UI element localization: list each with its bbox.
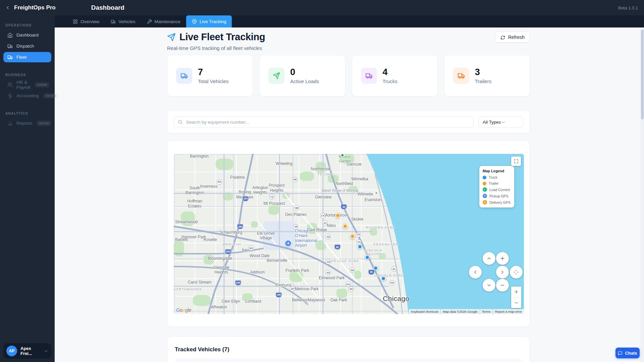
truck-marker[interactable] [381,276,386,281]
search-icon [178,120,183,125]
send-icon [273,72,280,79]
tracked-vehicles-card: Tracked Vehicles (7) TRK-10001T-01 [167,337,530,362]
map-place-label: Winnetka [351,177,368,181]
map-place-label: PORTAGE PARK [328,259,359,263]
road-shield-21: 21 [322,220,328,226]
dollar-icon [7,93,13,99]
wrench-icon [147,19,152,24]
sidebar-item-fleet[interactable]: Fleet [3,52,51,62]
attribution-item[interactable]: Terms [480,309,493,314]
map-place-label: Oak Park [330,298,347,302]
pan-move-button[interactable] [510,266,523,279]
truck-marker[interactable] [365,255,370,260]
map-card: BarringtonBotanic GardenGlencoeWheelingN… [167,140,530,327]
google-zoom-out-button[interactable] [511,298,521,308]
stat-value: 3 [475,67,491,77]
map-place-label: Franklin Park [285,268,309,273]
fullscreen-button[interactable] [511,157,521,166]
sidebar-item-hr-payroll[interactable]: HR & PayrollSOON [3,79,51,90]
map-place-label: Bellwood [292,298,309,302]
user-menu[interactable]: AP Apex Frei... [3,343,51,359]
truck-icon [7,55,13,60]
attribution-item[interactable]: Report a map error [493,309,524,314]
sidebar-item-reports[interactable]: ReportsSOON [3,118,51,128]
road-shield-19: 19 [325,259,331,264]
road-shield-50: 50 [348,287,354,292]
map-place-label: Melrose Park [295,287,319,291]
road-shield-20: 20 [290,286,295,292]
pan-down-button[interactable] [483,279,495,292]
trailer-marker[interactable] [350,234,355,239]
legend-item: Truck [483,175,511,179]
road-shield-294: 294 [235,280,241,286]
google-logo[interactable]: Google [176,307,191,313]
attribution-item[interactable]: Keyboard shortcuts [409,309,440,314]
map-place-label: Chicago O'Hare International Airport [295,229,317,248]
soon-badge: SOON [35,82,49,87]
section-title: Live Fleet Tracking [179,32,265,43]
pan-right-button[interactable] [496,266,509,279]
map-place-label: Carol Stream [188,280,212,285]
chevron-left-icon [473,269,478,275]
map-place-label: ROGERS PARK [366,226,395,230]
chevron-down-icon [501,120,506,125]
tab-maintenance[interactable]: Maintenance [141,15,186,27]
vehicle-row[interactable]: TRK-10001T-01 [175,358,522,362]
back-button[interactable] [3,3,13,13]
truck-marker[interactable] [373,266,378,270]
minus-icon [500,283,505,288]
road-shield-41: 41 [356,232,361,237]
type-filter-select[interactable]: All Types [478,116,523,128]
tab-overview[interactable]: Overview [67,15,105,27]
map-place-label: Elk Grove Village [257,231,275,240]
map-place-label: Des Plaines [285,212,307,217]
map-place-label: Elmhurst [275,283,291,288]
map-canvas[interactable]: BarringtonBotanic GardenGlencoeWheelingN… [174,154,524,314]
map-place-label: Bensenville [267,258,287,263]
tab-vehicles[interactable]: Vehicles [105,15,141,27]
map-place-label: Mt Prospect [264,201,285,206]
sidebar-section-label: ANALYTICS [0,109,55,117]
map-place-label: South Barrington [185,186,204,195]
road-shield-90: 90 [368,269,374,275]
avatar: AP [6,346,17,356]
map-place-label: Elmwood Park [319,276,344,280]
user-name: Apex Frei... [20,346,41,356]
legend-dot: P [483,194,487,198]
trailer-marker[interactable] [335,213,340,218]
stat-card-trucks: 4Trucks [352,55,438,97]
worship-poi-icon [375,192,378,195]
zoom-in-button[interactable] [496,252,509,265]
page-header: Live Fleet Tracking Real-time GPS tracki… [167,27,530,54]
map-legend-title: Map Legend [483,169,511,173]
sidebar: OPERATIONSDashboardDispatchFleetBUSINESS… [0,15,55,362]
stats-row: 7Total Vehicles0Active Loads4Trucks3Trai… [167,55,530,97]
map-place-label: Wheaton [211,305,227,309]
tab-live-tracking[interactable]: Live Tracking [186,15,232,27]
refresh-button[interactable]: Refresh [495,32,530,43]
map-place-label: Evanston [365,197,381,202]
scrollbar-thumb[interactable] [641,29,644,119]
google-zoom-in-button[interactable] [511,287,521,297]
legend-dot [483,182,486,185]
page-title: Dashboard [91,4,124,11]
sidebar-item-dashboard[interactable]: Dashboard [3,30,51,40]
zoom-out-button[interactable] [496,279,509,292]
sidebar-item-dispatch[interactable]: Dispatch [3,41,51,51]
send-icon [167,33,176,42]
airport-icon: ✈ [284,240,292,247]
legend-item: DDelivery GPS [483,200,511,204]
chats-button[interactable]: Chats [615,348,640,358]
pan-up-button[interactable] [483,252,495,265]
pan-left-button[interactable] [469,266,482,279]
map-place-label: LINCOLN PARK [374,274,404,277]
sidebar-item-accounting[interactable]: AccountingSOON [3,90,51,101]
chevron-right-icon [500,269,505,275]
trailer-marker[interactable] [343,224,347,229]
search-input[interactable] [174,116,474,128]
truck-marker[interactable] [358,244,362,249]
map-place-label: EDGEWATER [373,242,398,246]
chart-icon [7,121,13,126]
chevron-down-icon [44,349,48,353]
top-bar: FreightOps Pro Dashboard Beta 1.0.1 [0,0,644,15]
